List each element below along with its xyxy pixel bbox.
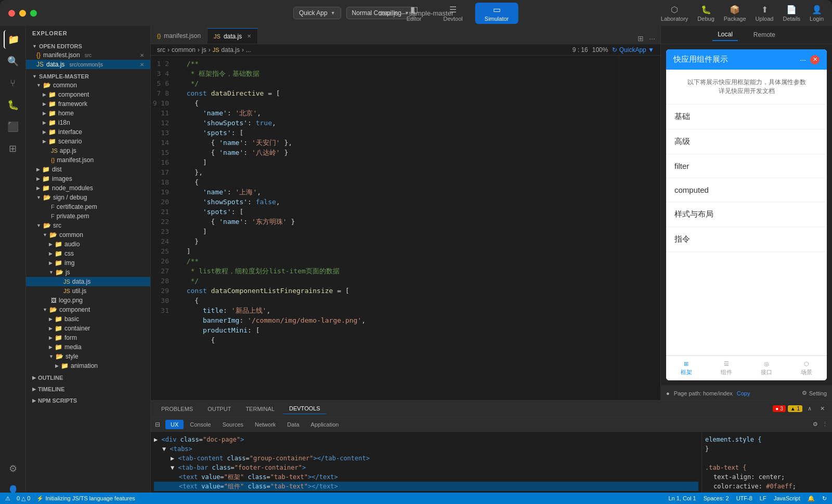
collapse-panel-icon[interactable]: ∧ — [804, 404, 815, 413]
tree-js[interactable]: ▼ 📂 js — [26, 268, 150, 277]
tree-basic[interactable]: ▶ 📁 basic — [26, 314, 150, 324]
tree-audio[interactable]: ▶ 📁 audio — [26, 240, 150, 249]
tree-media[interactable]: ▶ 📁 media — [26, 342, 150, 352]
tree-scenario[interactable]: ▶ 📁 scenario — [26, 137, 150, 146]
subtab-console[interactable]: Console — [185, 420, 216, 429]
tree-dist[interactable]: ▶ 📁 dist — [26, 165, 150, 174]
devtools-filter-icon[interactable]: ⊟ — [155, 421, 160, 428]
package-button[interactable]: 📦 Package — [724, 5, 746, 22]
list-item-basic[interactable]: 基础 — [666, 104, 827, 129]
quick-app-selector[interactable]: ↻ QuickApp ▼ — [612, 46, 654, 54]
devtools-settings-icon[interactable]: ⚙ — [813, 421, 818, 428]
copy-link[interactable]: Copy — [737, 390, 750, 396]
tree-node-modules[interactable]: ▶ 📁 node_modules — [26, 183, 150, 193]
project-label[interactable]: ▼ SAMPLE-MASTER — [26, 72, 150, 81]
tree-component[interactable]: ▶ 📁 component — [26, 90, 150, 99]
tree-certificate[interactable]: F certificate.pem — [26, 202, 150, 211]
tree-animation[interactable]: ▶ 📁 animation — [26, 361, 150, 370]
close-button[interactable] — [8, 10, 15, 17]
tree-interface[interactable]: ▶ 📁 interface — [26, 127, 150, 137]
tab-simulator[interactable]: ▭ Simulator — [475, 3, 518, 24]
devtools-more-icon[interactable]: ⋮ — [822, 421, 828, 428]
tree-src-common[interactable]: ▼ 📂 common — [26, 230, 150, 240]
tree-src[interactable]: ▼ 📂 src — [26, 221, 150, 230]
npm-scripts-label[interactable]: ▶ NPM SCRIPTS — [26, 396, 150, 405]
tree-private[interactable]: F private.pem — [26, 211, 150, 221]
subtab-ux[interactable]: UX — [165, 420, 184, 429]
footer-tab-api[interactable]: ◎ 接口 — [761, 361, 772, 376]
details-button[interactable]: 📄 Details — [783, 5, 800, 22]
timeline-label[interactable]: ▶ TIMELINE — [26, 385, 150, 393]
subtab-network[interactable]: Network — [250, 420, 281, 429]
xml-line-6-selected[interactable]: <text value="组件" class="tab-text"></text… — [154, 482, 698, 491]
preview-tab-remote[interactable]: Remote — [748, 29, 781, 41]
code-editor[interactable]: /** * 框架指令，基础数据 */ const dataDirective =… — [174, 56, 619, 400]
list-item-filter[interactable]: filter — [666, 154, 827, 178]
preview-tab-local[interactable]: Local — [712, 29, 738, 41]
list-item-computed[interactable]: computed — [666, 178, 827, 202]
activity-debug[interactable]: 🐛 — [4, 96, 22, 114]
close-panel-icon[interactable]: ✕ — [817, 404, 828, 413]
tree-manifestjson[interactable]: {} manifest.json — [26, 155, 150, 165]
minimize-button[interactable] — [19, 10, 26, 17]
tab-close-icon[interactable]: ✕ — [247, 33, 251, 39]
list-item-style[interactable]: 样式与布局 — [666, 202, 827, 227]
tree-images[interactable]: ▶ 📁 images — [26, 174, 150, 183]
tab-devtools[interactable]: DEVTOOLS — [283, 403, 327, 414]
footer-tab-scene[interactable]: ⬡ 场景 — [801, 361, 812, 376]
tree-logopng[interactable]: 🖼 logo.png — [26, 296, 150, 305]
activity-git[interactable]: ⑂ — [4, 74, 22, 92]
activity-explorer[interactable]: 📁 — [4, 30, 22, 49]
list-item-directive[interactable]: 指令 — [666, 227, 827, 252]
list-item-advanced[interactable]: 高级 — [666, 129, 827, 154]
activity-search[interactable]: 🔍 — [4, 52, 22, 71]
tab-devtool[interactable]: ☰ Devtool — [434, 3, 472, 24]
tree-container[interactable]: ▶ 📁 container — [26, 324, 150, 333]
outline-label[interactable]: ▶ OUTLINE — [26, 374, 150, 382]
tab-terminal[interactable]: TERMINAL — [239, 404, 281, 414]
footer-tab-component[interactable]: ☰ 组件 — [721, 361, 732, 376]
activity-settings[interactable]: ⚙ — [4, 459, 22, 478]
setting-button[interactable]: ⚙ Setting — [802, 390, 827, 396]
subtab-data[interactable]: Data — [282, 420, 304, 429]
upload-button[interactable]: ⬆ Upload — [756, 5, 774, 22]
activity-remote[interactable]: ⊞ — [4, 139, 22, 158]
close-file-manifest-icon[interactable]: ✕ — [140, 52, 144, 58]
split-editor-icon[interactable]: ⊞ — [636, 33, 645, 44]
more-actions-icon[interactable]: ··· — [648, 33, 656, 44]
open-file-manifest[interactable]: {} manifest.json src ✕ — [26, 50, 150, 60]
tree-src-component[interactable]: ▼ 📂 component — [26, 305, 150, 314]
laboratory-button[interactable]: ⬡ Laboratory — [661, 5, 688, 22]
close-file-data-icon[interactable]: ✕ — [140, 62, 144, 68]
tab-editor[interactable]: ◧ Editor — [397, 3, 431, 24]
appjs-label: app.js — [60, 147, 76, 154]
phone-menu-icon[interactable]: ··· — [800, 56, 806, 64]
open-editors-label[interactable]: ▼ OPEN EDITORS — [26, 42, 150, 50]
tree-home[interactable]: ▶ 📁 home — [26, 109, 150, 118]
tree-style[interactable]: ▼ 📂 style — [26, 352, 150, 361]
tree-sign-debug[interactable]: ▼ 📂 sign / debug — [26, 193, 150, 202]
tree-utiljs[interactable]: JS util.js — [26, 286, 150, 296]
quick-app-dropdown[interactable]: Quick App ▼ — [293, 7, 341, 19]
tree-i18n[interactable]: ▶ 📁 i18n — [26, 118, 150, 127]
tab-data-js[interactable]: JS data.js ✕ — [207, 28, 258, 44]
tree-css[interactable]: ▶ 📁 css — [26, 249, 150, 258]
tab-manifest[interactable]: {} manifest.json — [151, 28, 207, 44]
open-file-data[interactable]: JS data.js src/common/js ✕ — [26, 60, 150, 69]
activity-extensions[interactable]: ⬛ — [4, 117, 22, 136]
tree-datajs[interactable]: JS data.js — [26, 277, 150, 286]
subtab-sources[interactable]: Sources — [217, 420, 249, 429]
tab-problems[interactable]: PROBLEMS — [155, 404, 199, 414]
tree-appjs[interactable]: JS app.js — [26, 146, 150, 155]
tree-framework[interactable]: ▶ 📁 framework — [26, 99, 150, 109]
phone-close-icon[interactable]: ✕ — [810, 55, 820, 64]
footer-tab-framework[interactable]: ⊞ 框架 — [681, 361, 692, 376]
maximize-button[interactable] — [30, 10, 37, 17]
tab-output[interactable]: OUTPUT — [201, 404, 237, 414]
tree-form[interactable]: ▶ 📁 form — [26, 333, 150, 342]
tree-common[interactable]: ▼ 📂 common — [26, 81, 150, 90]
subtab-application[interactable]: Application — [306, 420, 344, 429]
debug-button[interactable]: 🐛 Debug — [697, 5, 714, 22]
login-button[interactable]: 👤 Login — [810, 5, 824, 22]
tree-img[interactable]: ▶ 📁 img — [26, 258, 150, 268]
